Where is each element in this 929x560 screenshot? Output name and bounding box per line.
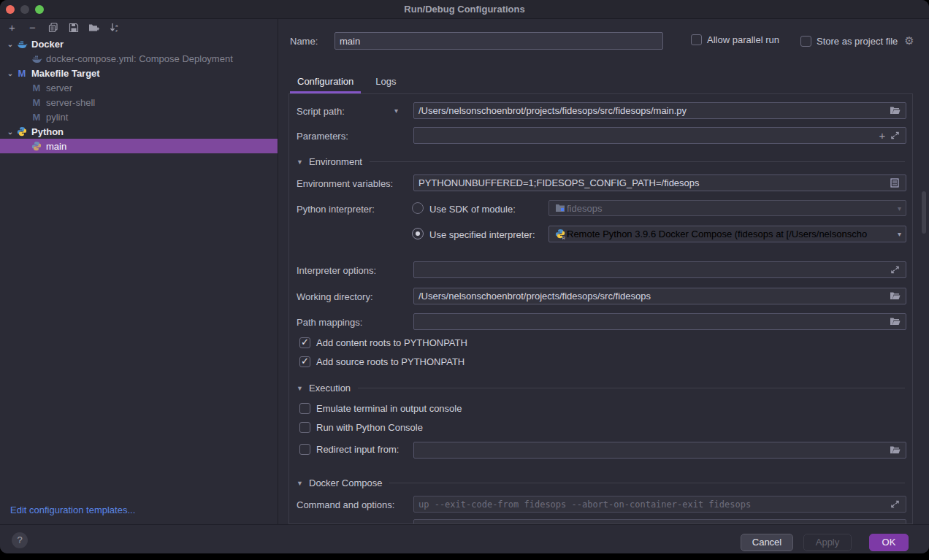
docker-compose-section-title: Docker Compose (309, 477, 382, 488)
tree-item-docker-compose[interactable]: docker-compose.yml: Compose Deployment (0, 51, 278, 66)
environment-variables-input[interactable]: PYTHONUNBUFFERED=1;FIDESOPS_CONFIG_PATH=… (413, 174, 906, 191)
working-directory-input[interactable]: /Users/nelsonschoenbrot/projects/fidesop… (413, 288, 906, 304)
vertical-scrollbar[interactable] (922, 191, 926, 234)
working-directory-label: Working directory: (297, 291, 373, 302)
chevron-expanded-icon[interactable]: ⌄ (4, 69, 16, 77)
checkbox-checked-icon (299, 337, 310, 348)
store-as-project-file-checkbox[interactable]: Store as project file ⚙ (800, 34, 914, 47)
checkbox-icon (800, 36, 811, 47)
command-and-options-input[interactable]: up --exit-code-from fidesops --abort-on-… (413, 496, 906, 513)
use-specified-interpreter-radio[interactable] (412, 228, 424, 239)
expand-field-icon[interactable] (888, 499, 901, 510)
interpreter-value: Remote Python 3.9.6 Docker Compose (fide… (567, 229, 895, 239)
tree-group-docker[interactable]: ⌄ Docker (0, 37, 278, 51)
path-mappings-label: Path mappings: (297, 317, 362, 328)
checkbox-icon (299, 403, 310, 414)
configuration-form: Script path: ▾ /Users/nelsonschoenbrot/p… (288, 93, 913, 524)
chevron-expanded-icon[interactable]: ⌄ (4, 40, 16, 48)
save-configuration-icon[interactable] (67, 22, 80, 34)
docker-icon (16, 38, 28, 50)
cancel-button[interactable]: Cancel (741, 534, 793, 551)
parameters-label: Parameters: (297, 131, 348, 142)
title-bar: Run/Debug Configurations (0, 0, 929, 19)
chevron-expanded-icon[interactable]: ⌄ (4, 128, 16, 136)
script-path-dropdown-icon[interactable]: ▾ (394, 107, 398, 115)
browse-folder-icon[interactable] (888, 316, 901, 328)
add-content-roots-checkbox[interactable]: Add content roots to PYTHONPATH (299, 337, 467, 348)
dialog-footer: ? Cancel Apply OK (0, 524, 929, 553)
tree-item-pylint[interactable]: M pylint (0, 110, 278, 124)
run-debug-configurations-dialog: Run/Debug Configurations + − az ⌄ (0, 0, 929, 553)
module-value: fidesops (567, 203, 895, 214)
allow-parallel-run-label: Allow parallel run (707, 34, 779, 45)
add-content-roots-label: Add content roots to PYTHONPATH (316, 337, 467, 348)
tree-item-label: Makefile Target (31, 68, 100, 79)
checkbox-icon (691, 34, 702, 45)
browse-folder-icon[interactable] (888, 291, 901, 302)
help-button[interactable]: ? (12, 532, 28, 548)
use-sdk-of-module-radio[interactable] (412, 202, 424, 214)
module-combobox[interactable]: fidesops ▾ (548, 200, 906, 216)
section-divider (358, 388, 905, 388)
add-configuration-icon[interactable]: + (6, 22, 18, 34)
expand-field-icon[interactable] (888, 130, 901, 142)
docker-compose-section-header[interactable]: ▼ Docker Compose (297, 477, 905, 488)
tree-item-label: server (46, 83, 72, 93)
command-preview-input[interactable] (413, 519, 906, 524)
execution-section-header[interactable]: ▼ Execution (297, 383, 905, 394)
path-mappings-input[interactable] (413, 313, 906, 330)
allow-parallel-run-checkbox[interactable]: Allow parallel run (691, 34, 779, 45)
environment-section-header[interactable]: ▼ Environment (297, 156, 905, 167)
docker-icon (31, 53, 42, 64)
collapse-arrow-icon: ▼ (297, 158, 309, 166)
add-macro-icon[interactable]: + (876, 129, 888, 142)
redirect-input-label: Redirect input from: (316, 444, 399, 455)
name-label: Name: (290, 36, 318, 47)
expand-field-icon[interactable] (888, 264, 901, 276)
add-source-roots-checkbox[interactable]: Add source roots to PYTHONPATH (299, 356, 464, 367)
tree-item-server-shell[interactable]: M server-shell (0, 95, 278, 110)
checkbox-icon (299, 444, 310, 455)
redirect-input-checkbox[interactable]: Redirect input from: (299, 444, 399, 455)
remove-configuration-icon[interactable]: − (26, 22, 39, 34)
interpreter-combobox[interactable]: R Remote Python 3.9.6 Docker Compose (fi… (548, 226, 906, 242)
apply-button[interactable]: Apply (803, 534, 852, 551)
configuration-editor: Name: main Allow parallel run Store as p… (278, 19, 929, 524)
tree-item-label: main (46, 141, 66, 152)
browse-folder-icon[interactable] (888, 445, 901, 456)
tab-logs[interactable]: Logs (375, 76, 396, 93)
chevron-down-icon: ▾ (898, 204, 901, 212)
gear-icon[interactable]: ⚙ (904, 34, 914, 47)
new-folder-icon[interactable] (88, 22, 100, 34)
section-divider (389, 483, 905, 483)
sort-configurations-icon[interactable]: az (108, 22, 121, 34)
use-specified-interpreter-label: Use specified interpreter: (429, 229, 535, 240)
store-as-project-file-label: Store as project file (817, 36, 898, 47)
configurations-tree: ⌄ Docker docker-compose.yml: Compose Dep… (0, 37, 278, 153)
svg-text:z: z (115, 28, 118, 33)
emulate-terminal-label: Emulate terminal in output console (316, 403, 462, 414)
tab-configuration[interactable]: Configuration (297, 76, 353, 93)
ok-button[interactable]: OK (869, 534, 909, 551)
tree-item-main[interactable]: main (0, 139, 278, 153)
copy-configuration-icon[interactable] (47, 22, 59, 34)
tree-item-label: pylint (46, 112, 68, 123)
makefile-icon: M (31, 82, 42, 93)
tree-group-makefile-target[interactable]: ⌄ M Makefile Target (0, 66, 278, 80)
browse-folder-icon[interactable] (888, 105, 901, 117)
environment-section-title: Environment (309, 156, 362, 167)
parameters-input[interactable]: + (413, 127, 906, 144)
emulate-terminal-checkbox[interactable]: Emulate terminal in output console (299, 403, 462, 414)
tree-group-python[interactable]: ⌄ Python (0, 124, 278, 139)
collapse-arrow-icon: ▼ (297, 480, 309, 487)
interpreter-options-input[interactable] (413, 261, 906, 278)
edit-configuration-templates-link[interactable]: Edit configuration templates... (10, 505, 135, 515)
redirect-input-file-input[interactable] (413, 442, 906, 459)
checkbox-icon (299, 422, 310, 433)
tree-item-server[interactable]: M server (0, 80, 278, 95)
browse-variables-icon[interactable] (888, 177, 901, 189)
script-path-input[interactable]: /Users/nelsonschoenbrot/projects/fidesop… (413, 102, 906, 119)
name-input[interactable]: main (334, 32, 663, 50)
collapse-arrow-icon: ▼ (297, 385, 309, 392)
run-with-python-console-checkbox[interactable]: Run with Python Console (299, 422, 423, 433)
